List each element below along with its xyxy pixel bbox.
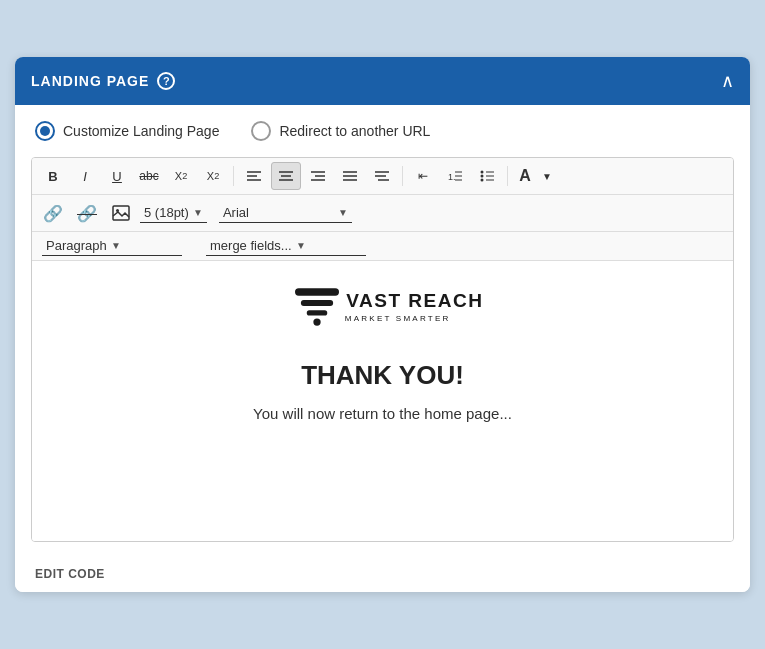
font-size-select[interactable]: 1 (8pt) 2 (10pt) 3 (12pt) 4 (14pt) 5 (18… xyxy=(144,205,189,220)
svg-rect-25 xyxy=(113,206,129,220)
align-full-button[interactable] xyxy=(367,162,397,190)
font-family-select[interactable]: Arial Georgia Times New Roman Verdana Co… xyxy=(223,205,334,220)
header-left: LANDING PAGE ? xyxy=(31,72,175,90)
customize-radio[interactable] xyxy=(35,121,55,141)
paragraph-wrapper[interactable]: Paragraph Heading 1 Heading 2 Heading 3 … xyxy=(42,236,182,256)
customize-option[interactable]: Customize Landing Page xyxy=(35,121,219,141)
logo-svg: VAST REACH MARKET SMARTER xyxy=(273,281,493,340)
paragraph-select[interactable]: Paragraph Heading 1 Heading 2 Heading 3 xyxy=(46,238,107,253)
strikethrough-button[interactable]: abc xyxy=(134,162,164,190)
toolbar-row1: B I U abc X2 X2 ⇤ 1. xyxy=(32,158,733,195)
unlink-button[interactable]: 🔗 xyxy=(72,199,102,227)
unordered-list-button[interactable] xyxy=(472,162,502,190)
logo-area: VAST REACH MARKET SMARTER xyxy=(52,281,713,340)
svg-rect-29 xyxy=(306,310,327,315)
svg-rect-28 xyxy=(300,300,332,306)
link-button[interactable]: 🔗 xyxy=(38,199,68,227)
align-left-button[interactable] xyxy=(239,162,269,190)
landing-page-card: LANDING PAGE ? ∧ Customize Landing Page … xyxy=(15,57,750,592)
svg-rect-27 xyxy=(295,288,339,295)
redirect-option[interactable]: Redirect to another URL xyxy=(251,121,430,141)
svg-point-21 xyxy=(481,179,484,182)
toolbar-row3: Paragraph Heading 1 Heading 2 Heading 3 … xyxy=(32,232,733,261)
svg-point-19 xyxy=(481,171,484,174)
font-color-dropdown[interactable]: ▼ xyxy=(539,162,555,190)
collapse-icon[interactable]: ∧ xyxy=(721,70,734,92)
underline-button[interactable]: U xyxy=(102,162,132,190)
editor-content[interactable]: VAST REACH MARKET SMARTER THANK YOU! You… xyxy=(32,261,733,541)
font-size-wrapper[interactable]: 1 (8pt) 2 (10pt) 3 (12pt) 4 (14pt) 5 (18… xyxy=(140,203,207,223)
subscript-button[interactable]: X2 xyxy=(166,162,196,190)
sub-text: You will now return to the home page... xyxy=(52,405,713,422)
header: LANDING PAGE ? ∧ xyxy=(15,57,750,105)
divider1 xyxy=(233,166,234,186)
image-button[interactable] xyxy=(106,199,136,227)
paragraph-arrow: ▼ xyxy=(111,240,121,251)
svg-text:MARKET SMARTER: MARKET SMARTER xyxy=(344,314,450,323)
edit-code-label[interactable]: EDIT CODE xyxy=(35,567,105,581)
align-right-button[interactable] xyxy=(303,162,333,190)
redirect-radio[interactable] xyxy=(251,121,271,141)
svg-text:VAST REACH: VAST REACH xyxy=(346,290,483,311)
font-family-wrapper[interactable]: Arial Georgia Times New Roman Verdana Co… xyxy=(219,203,352,223)
edit-code-bar: EDIT CODE xyxy=(15,554,750,592)
editor-container: B I U abc X2 X2 ⇤ 1. xyxy=(31,157,734,542)
font-size-arrow: ▼ xyxy=(193,207,203,218)
divider3 xyxy=(507,166,508,186)
superscript-button[interactable]: X2 xyxy=(198,162,228,190)
indent-less-button[interactable]: ⇤ xyxy=(408,162,438,190)
font-color-button[interactable]: A xyxy=(513,162,537,190)
toolbar-row2: 🔗 🔗 1 (8pt) 2 (10pt) 3 (12pt) 4 (14pt) 5… xyxy=(32,195,733,232)
divider2 xyxy=(402,166,403,186)
thank-you-heading: THANK YOU! xyxy=(52,360,713,391)
merge-fields-wrapper[interactable]: merge fields... ▼ xyxy=(206,236,366,256)
merge-fields-select[interactable]: merge fields... xyxy=(210,238,292,253)
svg-point-20 xyxy=(481,175,484,178)
bold-button[interactable]: B xyxy=(38,162,68,190)
font-family-arrow: ▼ xyxy=(338,207,348,218)
help-icon[interactable]: ? xyxy=(157,72,175,90)
align-center-button[interactable] xyxy=(271,162,301,190)
radio-row: Customize Landing Page Redirect to anoth… xyxy=(15,105,750,157)
justify-button[interactable] xyxy=(335,162,365,190)
ordered-list-button[interactable]: 1. xyxy=(440,162,470,190)
merge-fields-arrow: ▼ xyxy=(296,240,306,251)
header-title: LANDING PAGE xyxy=(31,73,149,89)
svg-point-30 xyxy=(313,318,320,325)
italic-button[interactable]: I xyxy=(70,162,100,190)
customize-label: Customize Landing Page xyxy=(63,123,219,139)
svg-text:1.: 1. xyxy=(448,172,456,182)
redirect-label: Redirect to another URL xyxy=(279,123,430,139)
